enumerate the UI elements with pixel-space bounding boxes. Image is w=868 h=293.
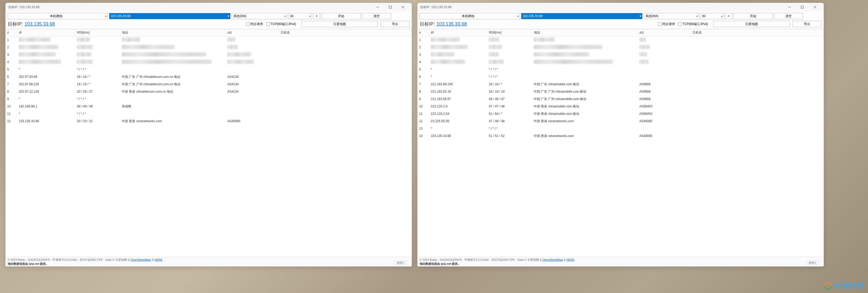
start-button[interactable]: 开始 xyxy=(321,13,361,19)
results-table: # IP 时间(ms) 地址 AS 主机名 12345** / * / *620… xyxy=(5,29,412,125)
osm-link[interactable]: OpenStreetMap xyxy=(542,258,563,261)
cell-as: AS9808 xyxy=(638,95,690,103)
col-time[interactable]: 时间(ms) xyxy=(75,29,120,36)
target-ip-input[interactable]: 103.135.33.68▾ xyxy=(109,13,230,19)
table-row[interactable]: 5** / * / * xyxy=(417,66,824,73)
copyright-main: © 2023 Baidu - GS(2023)3206号 - 甲测资字11111… xyxy=(420,258,541,261)
table-row[interactable]: 1223.225.55.5547 / 48 / 48中国 香港 ceranetw… xyxy=(417,118,824,125)
col-ip[interactable]: IP xyxy=(429,29,487,36)
table-row[interactable]: 2 xyxy=(5,43,412,51)
table-row[interactable]: 9221.183.55.5746 / 46 / 47中国 广东 广州 china… xyxy=(417,95,824,103)
table-row[interactable]: 6202.97.93.8516 / 16 / *中国 广东 广州 chinate… xyxy=(5,73,412,80)
col-address[interactable]: 地址 xyxy=(120,29,226,36)
cell-time: 47 / 47 / 48 xyxy=(487,103,532,110)
target-ip-input[interactable]: 103.135.33.68▾ xyxy=(521,13,643,19)
table-row[interactable]: 14103.135.33.6851 / 51 / 52中国 香港 ceranet… xyxy=(417,132,824,140)
target-ip-link[interactable]: 103.135.33.68 xyxy=(25,21,55,27)
col-index[interactable]: # xyxy=(5,29,17,36)
sync-request-checkbox[interactable]: 同步请求 xyxy=(658,22,675,26)
col-time[interactable]: 时间(ms) xyxy=(487,29,532,36)
dns-select[interactable]: 系统DNS xyxy=(644,13,699,19)
tcp-checkbox[interactable]: TCP(80端口,IPv4) xyxy=(678,22,708,26)
cell-index: 4 xyxy=(417,58,429,66)
table-row[interactable]: 11** / * / * xyxy=(5,110,412,118)
options-group: 同步请求 TCP(80端口,IPv4) xyxy=(246,22,296,26)
col-as[interactable]: AS xyxy=(226,29,279,36)
table-row[interactable]: 4 xyxy=(417,58,824,66)
cell-index: 3 xyxy=(417,51,429,58)
trace-results-grid[interactable]: # IP 时间(ms) 地址 AS 主机名 12345** / * / *6**… xyxy=(417,29,824,257)
table-row[interactable]: 12103.135.33.6820 / 20 / 21中国 香港 ceranet… xyxy=(5,118,412,125)
cell-as xyxy=(638,43,690,51)
table-row[interactable]: 4 xyxy=(5,58,412,66)
table-row[interactable]: 5** / * / * xyxy=(5,66,412,73)
copyright-main: © 2023 Baidu - GS(2023)3206号 - 甲测资字11111… xyxy=(8,258,130,261)
table-row[interactable]: 7221.183.89.24518 / 18 / *中国 广东 chinamob… xyxy=(417,80,824,88)
cell-as xyxy=(226,51,279,58)
cell-as: AS4134 xyxy=(226,80,279,88)
baidu-map-button[interactable]: 百度地图 xyxy=(301,21,378,27)
table-row[interactable]: 7202.97.66.22519 / 19 / *中国 广东 广州 chinat… xyxy=(5,80,412,88)
tcp-checkbox[interactable]: TCP(80端口,IPv4) xyxy=(266,22,296,26)
minimize-button[interactable] xyxy=(783,3,796,11)
clear-button[interactable]: 清空 xyxy=(362,13,391,19)
table-row[interactable]: 8221.183.92.1818 / 19 / 19中国 广东 广州 china… xyxy=(417,88,824,95)
col-address[interactable]: 地址 xyxy=(532,29,638,36)
clear-button[interactable]: 清空 xyxy=(774,13,803,19)
cell-time: 51 / 64 / * xyxy=(487,110,532,118)
count-select[interactable]: 30 xyxy=(700,13,724,19)
close-button[interactable] xyxy=(397,3,409,11)
col-hostname[interactable]: 主机名 xyxy=(279,29,412,36)
cell-ip: 223.120.2.9 xyxy=(429,103,487,110)
cell-time xyxy=(487,36,532,43)
col-ip[interactable]: IP xyxy=(17,29,75,36)
table-row[interactable]: 11223.120.2.5451 / 64 / *中国 香港 chinamobi… xyxy=(417,110,824,118)
cell-hostname xyxy=(690,118,824,125)
minimize-button[interactable] xyxy=(372,3,384,11)
osm-link[interactable]: OpenStreetMap xyxy=(130,258,151,261)
maximize-button[interactable] xyxy=(796,3,808,11)
table-row[interactable]: 3 xyxy=(5,51,412,58)
export-button[interactable]: 导出 xyxy=(380,21,410,27)
table-row[interactable]: 6** / * / * xyxy=(417,73,824,80)
cell-as xyxy=(638,36,690,43)
export-button[interactable]: 导出 xyxy=(793,21,822,27)
table-row[interactable]: 8202.97.22.12620 / 25 / 27中国 香港 chinatel… xyxy=(5,88,412,95)
table-row[interactable]: 10192.168.88.149 / 49 / 49局域网 xyxy=(5,103,412,110)
maximize-button[interactable] xyxy=(384,3,396,11)
table-row[interactable]: 1 xyxy=(5,36,412,43)
network-select[interactable]: 本机网络 xyxy=(8,13,108,19)
cell-ip: * xyxy=(429,125,487,132)
count-select[interactable]: 30 xyxy=(288,13,312,19)
baidu-map-button[interactable]: 百度地图 xyxy=(713,21,790,27)
add-button[interactable]: + xyxy=(313,13,320,19)
trace-results-grid[interactable]: # IP 时间(ms) 地址 AS 主机名 12345** / * / *620… xyxy=(5,29,412,257)
cell-hostname xyxy=(690,58,824,66)
sync-request-checkbox[interactable]: 同步请求 xyxy=(246,22,263,26)
cell-as: AS9808 xyxy=(638,88,690,95)
titlebar[interactable]: 目标IP: 103.135.33.68 xyxy=(5,3,412,11)
cell-index: 4 xyxy=(5,58,17,66)
cell-as xyxy=(226,95,279,103)
network-select[interactable]: 本机网络 xyxy=(420,13,520,19)
start-button[interactable]: 开始 xyxy=(733,13,773,19)
here-link[interactable]: HERE xyxy=(566,258,575,261)
target-ip-link[interactable]: 103.135.33.68 xyxy=(436,21,467,27)
col-as[interactable]: AS xyxy=(638,29,690,36)
add-button[interactable]: + xyxy=(725,13,732,19)
titlebar[interactable]: 目标IP: 103.135.33.68 xyxy=(417,3,824,11)
table-row[interactable]: 9** / * / * xyxy=(5,95,412,103)
here-link[interactable]: HERE xyxy=(154,258,163,261)
dns-select[interactable]: 系统DNS xyxy=(231,13,287,19)
cell-address: 中国 香港 chinamobile.com 移动 xyxy=(532,103,638,110)
table-row[interactable]: 10223.120.2.947 / 47 / 48中国 香港 chinamobi… xyxy=(417,103,824,110)
table-row[interactable]: 1 xyxy=(417,36,824,43)
table-row[interactable]: 2 xyxy=(417,43,824,51)
table-row[interactable]: 3 xyxy=(417,51,824,58)
close-button[interactable] xyxy=(809,3,821,11)
table-row[interactable]: 13** / * / * xyxy=(417,125,824,132)
amp-sep: & xyxy=(563,258,566,261)
col-hostname[interactable]: 主机名 xyxy=(690,29,824,36)
col-index[interactable]: # xyxy=(417,29,429,36)
cell-hostname xyxy=(279,43,412,51)
